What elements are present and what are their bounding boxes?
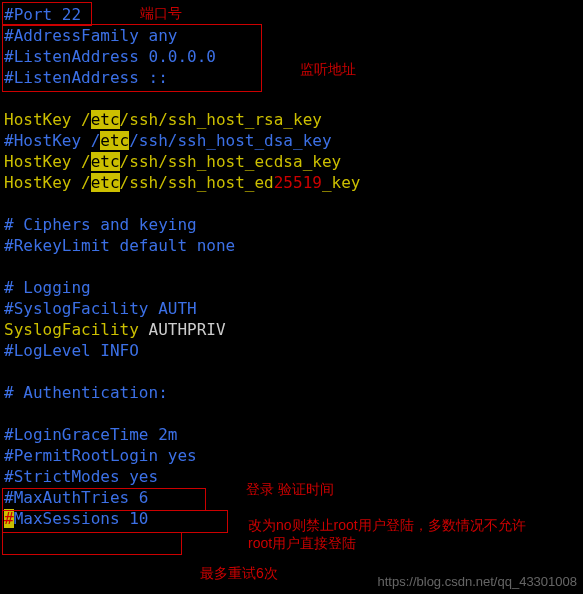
annotation-text-retry: 最多重试6次 [200, 564, 278, 582]
watermark: https://blog.csdn.net/qq_43301008 [378, 571, 578, 592]
config-line-logging: # Logging [4, 277, 579, 298]
config-line-syslog-authpriv: SyslogFacility AUTHPRIV [4, 319, 579, 340]
annotation-text-root: 改为no则禁止root用户登陆，多数情况不允许root用户直接登陆 [248, 516, 548, 552]
annotation-box-login [2, 488, 206, 511]
config-line-ciphers: # Ciphers and keying [4, 214, 579, 235]
annotation-text-login: 登录 验证时间 [246, 480, 334, 498]
annotation-text-listen: 监听地址 [300, 60, 356, 78]
config-line-hostkey-rsa: HostKey /etc/ssh/ssh_host_rsa_key [4, 109, 579, 130]
config-line-permitrootlogin: #PermitRootLogin yes [4, 445, 579, 466]
config-line-loglevel: #LogLevel INFO [4, 340, 579, 361]
config-line-logingracetime: #LoginGraceTime 2m [4, 424, 579, 445]
annotation-text-port: 端口号 [140, 4, 182, 22]
config-line-authentication: # Authentication: [4, 382, 579, 403]
annotation-box-strictmodes [2, 532, 182, 555]
annotation-box-root [2, 510, 228, 533]
config-line-hostkey-ecdsa: HostKey /etc/ssh/ssh_host_ecdsa_key [4, 151, 579, 172]
config-line-hostkey-ed25519: HostKey /etc/ssh/ssh_host_ed25519_key [4, 172, 579, 193]
config-line-syslog-auth: #SyslogFacility AUTH [4, 298, 579, 319]
annotation-box-port [2, 2, 92, 26]
config-line-rekeylimit: #RekeyLimit default none [4, 235, 579, 256]
config-line-hostkey-dsa: #HostKey /etc/ssh/ssh_host_dsa_key [4, 130, 579, 151]
annotation-box-listen [2, 24, 262, 92]
